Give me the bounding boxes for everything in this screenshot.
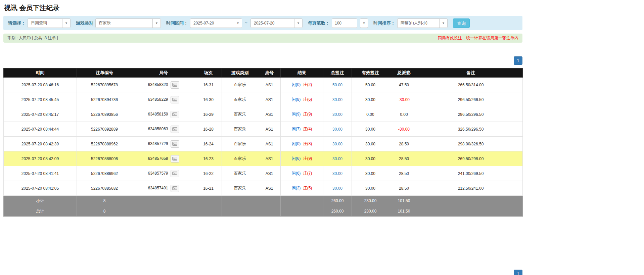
query-type-select[interactable]: 日期查询 ▼ <box>28 18 71 28</box>
chevron-down-icon[interactable]: ▼ <box>439 19 447 28</box>
cell-game-type: 百家乐 <box>222 151 258 166</box>
chevron-down-icon[interactable]: ▼ <box>152 19 160 28</box>
cell-game-type: 百家乐 <box>222 78 258 92</box>
cell-note: 241.00/269.50 <box>419 166 523 181</box>
summary-count: 8 <box>77 196 132 206</box>
cell-round-id: 634858320 <box>132 78 195 92</box>
result-player: 闲(6) <box>292 156 301 161</box>
round-id-text: 634857658 <box>148 156 168 161</box>
cell-round-id: 634857729 <box>132 137 195 151</box>
result-banker: 庄(2) <box>303 82 312 87</box>
video-replay-icon[interactable] <box>171 96 179 103</box>
cell-note: 296.50/266.50 <box>419 92 523 107</box>
table-row: 2025-07-20 08:44:44 522670892889 6348580… <box>4 122 523 137</box>
result-banker: 庄(8) <box>303 141 312 146</box>
cell-note: 266.50/314.00 <box>419 78 523 92</box>
table-footer: 小计 8 260.00 230.00 101.50 总计 8 260.00 23… <box>4 196 523 217</box>
col-time: 时间 <box>4 68 77 78</box>
video-replay-icon[interactable] <box>171 170 179 177</box>
search-button[interactable]: 查询 <box>453 18 470 28</box>
result-banker: 庄(9) <box>303 156 312 161</box>
cell-session: 16-22 <box>195 166 222 181</box>
chevron-down-icon[interactable]: ▼ <box>360 18 368 28</box>
cell-game-type: 百家乐 <box>222 122 258 137</box>
sort-label: 时间排序： <box>373 20 395 26</box>
cell-note: 212.50/241.00 <box>419 181 523 196</box>
cell-table-no: AS1 <box>258 92 281 107</box>
table-row: 2025-07-20 08:46:16 522670895678 6348583… <box>4 78 523 92</box>
col-note: 备注 <box>419 68 523 78</box>
cell-payout: 28.50 <box>389 181 419 196</box>
cell-total-bet: 30.00 <box>323 151 352 166</box>
video-replay-icon[interactable] <box>171 155 179 163</box>
cell-game-type: 百家乐 <box>222 181 258 196</box>
total-bet-link[interactable]: 30.00 <box>332 112 342 117</box>
cell-result: 闲(8) 庄(6) <box>281 92 323 107</box>
result-player: 闲(7) <box>292 127 301 131</box>
cell-bet-id: 522670892889 <box>77 122 132 137</box>
video-replay-icon[interactable] <box>171 81 179 89</box>
cell-session: 16-28 <box>195 122 222 137</box>
cell-result: 闲(6) 庄(9) <box>281 151 323 166</box>
cell-payout: -30.00 <box>389 92 419 107</box>
result-player: 闲(2) <box>292 186 301 190</box>
sort-select[interactable]: 降冪(由大到小) ▼ <box>397 18 448 28</box>
cell-payout: 28.50 <box>389 137 419 151</box>
col-total-bet: 总投注 <box>323 68 352 78</box>
video-replay-icon[interactable] <box>171 111 179 118</box>
valid-bet-notice: 同局有效投注，统一计算在该局第一张注单内 <box>438 35 518 41</box>
total-bet-link[interactable]: 30.00 <box>332 142 342 146</box>
date-from-select[interactable]: 2025-07-20 ▼ <box>190 18 242 28</box>
currency-total-text: 币别 : 人民币 | 总共 :8 注单 | <box>7 35 58 41</box>
table-summary-row: 总计 8 260.00 230.00 101.50 <box>4 206 523 217</box>
cell-total-bet: 50.00 <box>323 78 352 92</box>
total-bet-link[interactable]: 30.00 <box>332 186 342 191</box>
cell-round-id: 634857658 <box>132 151 195 166</box>
total-bet-link[interactable]: 30.00 <box>332 171 342 176</box>
cell-time: 2025-07-20 08:42:09 <box>4 151 77 166</box>
game-type-select[interactable]: 百家乐 ▼ <box>95 18 161 28</box>
cell-round-id: 634858229 <box>132 92 195 107</box>
cell-bet-id: 522670885682 <box>77 181 132 196</box>
cell-result: 闲(0) 庄(8) <box>281 137 323 151</box>
cell-round-id: 634858159 <box>132 107 195 122</box>
table-row: 2025-07-20 08:41:41 522670886962 6348575… <box>4 166 523 181</box>
cell-table-no: AS1 <box>258 78 281 92</box>
cell-session: 16-21 <box>195 181 222 196</box>
page-1-button[interactable]: 1 <box>514 270 522 275</box>
video-replay-icon[interactable] <box>171 185 179 192</box>
page-size-input[interactable] <box>332 18 357 28</box>
summary-payout: 101.50 <box>389 206 419 217</box>
cell-result: 闲(2) 庄(5) <box>281 181 323 196</box>
round-id-text: 634858159 <box>148 112 168 117</box>
round-id-text: 634857579 <box>148 171 168 176</box>
page-1-button[interactable]: 1 <box>514 56 522 65</box>
result-banker: 庄(5) <box>303 186 312 190</box>
cell-valid-bet: 30.00 <box>352 151 389 166</box>
chevron-down-icon[interactable]: ▼ <box>294 19 302 28</box>
total-bet-link[interactable]: 30.00 <box>332 127 342 132</box>
cell-session: 16-29 <box>195 107 222 122</box>
cell-result: 闲(7) 庄(4) <box>281 122 323 137</box>
total-bet-link[interactable]: 30.00 <box>332 97 342 102</box>
table-header: 时间 注单编号 局号 场次 游戏类别 桌号 结果 总投注 有效投注 总派彩 备注 <box>4 68 523 78</box>
chevron-down-icon[interactable]: ▼ <box>62 19 70 28</box>
total-bet-link[interactable]: 30.00 <box>332 156 342 161</box>
chevron-down-icon[interactable]: ▼ <box>234 19 242 28</box>
result-player: 闲(0) <box>292 82 301 87</box>
summary-bar: 币别 : 人民币 | 总共 :8 注单 | 同局有效投注，统一计算在该局第一张注… <box>3 34 522 43</box>
video-replay-icon[interactable] <box>171 140 179 148</box>
table-row: 2025-07-20 08:45:45 522670894736 6348582… <box>4 92 523 107</box>
col-payout: 总派彩 <box>389 68 419 78</box>
video-replay-icon[interactable] <box>171 126 179 133</box>
result-banker: 庄(4) <box>303 127 312 131</box>
table-row: 2025-07-20 08:42:39 522670888962 6348577… <box>4 137 523 151</box>
round-id-text: 634857491 <box>148 186 168 190</box>
cell-time: 2025-07-20 08:44:44 <box>4 122 77 137</box>
total-bet-link[interactable]: 50.00 <box>332 83 342 87</box>
summary-valid-bet: 230.00 <box>352 196 389 206</box>
page-size-label: 每页笔数： <box>308 20 330 26</box>
cell-note: 269.50/298.00 <box>419 151 523 166</box>
cell-table-no: AS1 <box>258 122 281 137</box>
date-to-select[interactable]: 2025-07-20 ▼ <box>250 18 303 28</box>
